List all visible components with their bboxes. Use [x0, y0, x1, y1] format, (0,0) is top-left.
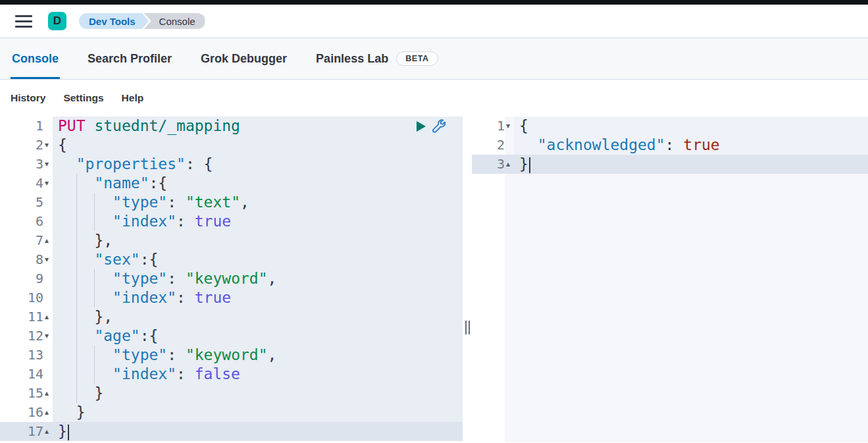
fold-toggle-icon[interactable]: ▾ [505, 117, 514, 136]
fold-toggle-icon[interactable]: ▾ [43, 155, 53, 174]
panel-resizer[interactable] [463, 117, 472, 442]
window-top-bar [0, 0, 868, 5]
code-text: "index": true [53, 212, 463, 231]
console-menu-bar: History Settings Help [0, 80, 868, 117]
line-number: 8 [36, 250, 43, 269]
code-token [86, 117, 95, 134]
gutter-cell: 1▾ [472, 117, 514, 136]
dev-tools-tab-bar: Console Search Profiler Grok Debugger Pa… [0, 38, 868, 80]
indent-guide [76, 365, 77, 384]
code-line[interactable]: 7▴ }, [0, 231, 463, 250]
fold-toggle-icon[interactable]: ▴ [43, 307, 53, 326]
indent-guide [76, 326, 77, 346]
fold-toggle-icon[interactable]: ▴ [43, 231, 53, 250]
code-token: :{ [140, 327, 159, 344]
indent-guide [94, 288, 95, 307]
gutter-cell: 6 [0, 212, 53, 231]
tab-label: Console [12, 52, 59, 66]
code-line[interactable]: 12▾ "age":{ [0, 326, 463, 346]
fold-toggle-icon[interactable]: ▴ [43, 384, 53, 403]
tab-grok-debugger[interactable]: Grok Debugger [199, 38, 288, 79]
code-line[interactable]: 17▴} [0, 422, 463, 441]
code-line[interactable]: 15▴ } [0, 384, 463, 403]
fold-toggle-icon[interactable]: ▴ [43, 403, 53, 422]
fold-toggle-icon[interactable]: ▾ [43, 326, 53, 346]
code-token: "name" [94, 174, 149, 192]
code-token: , [268, 346, 277, 363]
tab-console[interactable]: Console [11, 38, 60, 79]
code-line[interactable]: 1PUT stuednt/_mapping [0, 117, 463, 136]
text-cursor [68, 425, 69, 440]
code-token: { [519, 117, 528, 134]
tab-painless-lab[interactable]: Painless Lab BETA [315, 38, 440, 79]
line-number: 6 [36, 212, 43, 231]
code-token: "sex" [94, 251, 140, 268]
code-text: "type": "keyword", [53, 269, 463, 288]
menu-item-settings[interactable]: Settings [63, 92, 103, 104]
app-logo[interactable]: D [48, 12, 66, 30]
code-line[interactable]: 2 "acknowledged": true [472, 136, 868, 155]
code-text: "sex":{ [53, 250, 463, 269]
code-line[interactable]: 14 "index": false [0, 365, 463, 384]
text-cursor [529, 157, 530, 173]
code-line[interactable]: 3▴} [472, 155, 868, 174]
code-line[interactable]: 4▾ "name":{ [0, 174, 463, 193]
code-line[interactable]: 10 "index": true [0, 288, 463, 307]
code-line[interactable]: 16▴ } [0, 403, 463, 422]
code-token: "properties" [76, 155, 186, 172]
code-line[interactable]: 5 "type": "text", [0, 193, 463, 212]
line-number: 4 [36, 174, 43, 193]
code-token: : [176, 289, 195, 306]
code-line[interactable]: 9 "type": "keyword", [0, 269, 463, 288]
code-token: true [195, 289, 231, 306]
code-line[interactable]: 1▾{ [472, 117, 868, 136]
code-text: } [53, 384, 463, 403]
request-editor[interactable]: 1PUT stuednt/_mapping2▾{3▾ "properties":… [0, 117, 463, 442]
code-line[interactable]: 3▾ "properties": { [0, 155, 463, 174]
code-token: "acknowledged" [538, 136, 665, 153]
code-text: PUT stuednt/_mapping [53, 117, 463, 136]
indent-guide [94, 365, 95, 384]
request-actions [417, 119, 446, 133]
code-text: }, [53, 231, 463, 250]
fold-toggle-icon[interactable]: ▾ [43, 136, 53, 155]
response-output[interactable]: 1▾{2 "acknowledged": true3▴} [472, 117, 868, 442]
breadcrumb: Dev Tools Console [79, 13, 205, 29]
code-token [58, 213, 113, 230]
code-token [58, 194, 113, 211]
menu-toggle-button[interactable] [15, 15, 32, 28]
code-token: } [94, 384, 103, 402]
fold-toggle-icon[interactable]: ▾ [43, 174, 53, 193]
code-token: }, [94, 232, 113, 249]
menu-item-help[interactable]: Help [122, 92, 144, 104]
code-token: "index" [113, 213, 176, 230]
code-line[interactable]: 6 "index": true [0, 212, 463, 231]
code-token: "index" [113, 365, 176, 382]
send-request-icon[interactable] [417, 121, 426, 132]
gutter-cell: 10 [0, 288, 53, 307]
code-line[interactable]: 2▾{ [0, 136, 463, 155]
code-text: { [53, 136, 463, 155]
gutter-cell: 14 [0, 365, 53, 384]
fold-toggle-icon[interactable]: ▴ [43, 422, 53, 441]
hamburger-icon [15, 20, 32, 22]
code-token: true [683, 136, 719, 153]
code-line[interactable]: 11▴ }, [0, 307, 463, 326]
code-token [58, 289, 113, 306]
menu-item-history[interactable]: History [11, 92, 45, 104]
fold-toggle-icon[interactable]: ▴ [505, 155, 514, 174]
line-number: 5 [36, 193, 43, 212]
code-line[interactable]: 13 "type": "keyword", [0, 346, 463, 365]
code-token: : [176, 213, 195, 230]
line-number: 2 [36, 136, 43, 155]
fold-toggle-icon[interactable]: ▾ [43, 250, 53, 269]
line-number: 10 [28, 288, 43, 307]
tab-label: Search Profiler [88, 52, 172, 66]
gutter-cell: 7▴ [0, 231, 53, 250]
code-line[interactable]: 8▾ "sex":{ [0, 250, 463, 269]
gutter-cell: 5 [0, 193, 53, 212]
breadcrumb-dev-tools[interactable]: Dev Tools [79, 13, 142, 29]
tab-search-profiler[interactable]: Search Profiler [86, 38, 173, 79]
request-options-icon[interactable] [432, 119, 446, 133]
hamburger-icon [15, 26, 32, 28]
